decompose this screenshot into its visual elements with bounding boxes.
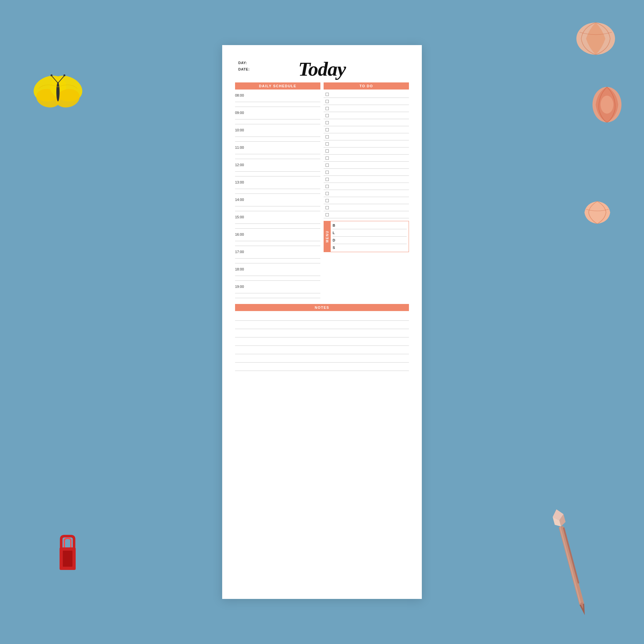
date-label: DATE: [238,66,250,73]
menu-items: B L D S [331,221,409,252]
todo-item-7 [324,133,409,140]
schedule-line [235,98,320,102]
menu-item-B: B [333,222,407,229]
time-1500: 15:00 [235,213,320,219]
schedule-line [235,120,320,124]
menu-item-S: S [333,244,407,251]
planner-header: Today [235,58,409,80]
todo-item-18 [324,211,409,218]
svg-point-2 [46,71,84,106]
menu-letter-S: S [333,246,336,250]
svg-point-0 [32,71,70,106]
todo-checkbox-9[interactable] [326,149,329,153]
planner-title: Today [235,58,409,80]
time-1600: 16:00 [235,230,320,237]
schedule-line [235,219,320,224]
todo-checkbox-12[interactable] [326,171,329,174]
todo-checkbox-1[interactable] [326,93,329,96]
schedule-line [235,155,320,159]
svg-point-1 [34,86,62,110]
todo-checkbox-3[interactable] [326,107,329,110]
schedule-item-0900: 09:00 [235,108,320,124]
todo-item-2 [324,98,409,105]
time-1100: 11:00 [235,143,320,150]
svg-rect-10 [63,551,72,567]
schedule-item-1700: 17:00 [235,247,320,263]
time-1200: 12:00 [235,160,320,167]
todo-item-13 [324,176,409,183]
menu-item-D: D [333,237,407,244]
schedule-line [235,224,320,229]
svg-line-5 [52,76,58,83]
todo-checkbox-7[interactable] [326,135,329,138]
schedule-item-1600: 16:00 [235,230,320,246]
todo-checkbox-10[interactable] [326,156,329,160]
schedule-line [235,276,320,281]
svg-point-11 [576,23,615,55]
todo-item-15 [324,190,409,197]
todo-checkbox-5[interactable] [326,121,329,124]
svg-rect-19 [563,527,579,583]
schedule-line [235,115,320,119]
svg-point-4 [56,82,60,101]
schedule-line [235,202,320,206]
schedule-line [235,241,320,246]
notes-line-4 [235,337,409,346]
menu-letter-L: L [333,231,336,235]
todo-checkbox-2[interactable] [326,100,329,103]
menu-label: MENU [324,221,331,252]
schedule-item-1300: 13:00 [235,178,320,194]
columns-wrapper: DAILY SCHEDULE 08:00 09:00 10:00 [235,82,409,299]
svg-marker-15 [558,514,566,526]
schedule-line [235,150,320,154]
notes-line-6 [235,354,409,363]
schedule-item-1200: 12:00 [235,160,320,176]
menu-letter-D: D [333,238,336,242]
schedule-line [235,172,320,176]
svg-marker-14 [551,508,565,522]
schedule-line [235,207,320,211]
todo-item-6 [324,126,409,133]
todo-checkbox-14[interactable] [326,185,329,188]
schedule-line [235,189,320,194]
notes-line-2 [235,321,409,329]
todo-checkbox-13[interactable] [326,178,329,181]
todo-item-8 [324,140,409,147]
svg-rect-18 [559,526,582,605]
time-1700: 17:00 [235,247,320,254]
svg-point-13 [601,96,613,114]
time-1300: 13:00 [235,178,320,185]
schedule-line [235,259,320,263]
todo-checkbox-17[interactable] [326,206,329,209]
svg-rect-9 [60,547,76,570]
todo-checkbox-4[interactable] [326,114,329,117]
menu-section: MENU B L D S [324,221,409,252]
svg-point-8 [63,74,65,76]
todo-checkbox-11[interactable] [326,164,329,167]
todo-item-1 [324,91,409,98]
todo-checkbox-6[interactable] [326,128,329,131]
notes-line-5 [235,346,409,354]
todo-checkbox-18[interactable] [326,213,329,216]
todo-item-3 [324,105,409,112]
todo-checkbox-8[interactable] [326,142,329,146]
schedule-line [235,102,320,107]
schedule-line [235,237,320,241]
notes-line-3 [235,329,409,337]
menu-letter-B: B [333,223,336,227]
todo-item-11 [324,162,409,169]
todo-header: TO DO [324,82,409,90]
schedule-item-1800: 18:00 [235,265,320,281]
schedule-item-1100: 11:00 [235,143,320,159]
todo-checkbox-16[interactable] [326,199,329,202]
notes-section: NOTES [235,304,409,371]
todo-item-10 [324,155,409,162]
time-0800: 08:00 [235,91,320,98]
schedule-line [235,271,320,276]
schedule-item-0800: 08:00 [235,91,320,107]
todo-item-16 [324,197,409,204]
schedule-item-1500: 15:00 [235,213,320,229]
svg-point-6 [51,74,52,76]
todo-checkbox-15[interactable] [326,192,329,195]
planner-page: DAY: DATE: Today DAILY SCHEDULE 08:00 09… [222,45,422,599]
